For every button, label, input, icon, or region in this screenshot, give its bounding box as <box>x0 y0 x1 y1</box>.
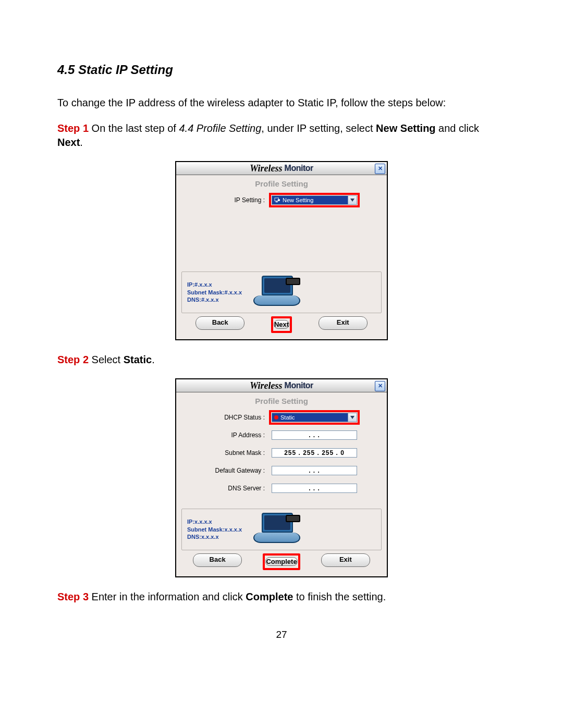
step3-label: Step 3 <box>57 591 89 602</box>
brand-monitor: Monitor <box>285 164 313 173</box>
intro-text: To change the IP address of the wireless… <box>57 96 506 110</box>
ip-setting-combo[interactable]: New Setting <box>272 195 357 205</box>
info-panel: IP:#.x.x.x Subnet Mask:#.x.x.x DNS:#.x.x… <box>181 272 382 313</box>
complete-button[interactable]: Complete <box>265 557 297 566</box>
next-button[interactable]: Next <box>274 320 289 329</box>
highlight: New Setting <box>269 193 360 207</box>
mask-val: x.x.x.x <box>225 526 242 533</box>
mask-prefix: Subnet Mask: <box>187 526 225 533</box>
svg-rect-2 <box>278 199 280 201</box>
combo-value: Static <box>280 414 295 421</box>
dialog-subheading: Profile Setting <box>181 177 382 191</box>
highlight: Complete <box>263 553 300 570</box>
laptop-icon <box>251 276 301 309</box>
ip-info: IP:x.x.x.x Subnet Mask:x.x.x.x DNS:x.x.x… <box>187 518 242 541</box>
dialog-subheading: Profile Setting <box>181 394 382 409</box>
t: On the last step of <box>89 122 179 134</box>
step1-text: Step 1 On the last step of 4.4 Profile S… <box>57 121 506 150</box>
spacer <box>181 497 382 509</box>
highlight: Static <box>269 410 360 425</box>
row-dns-server: DNS Server : . . . <box>181 479 382 497</box>
close-button[interactable]: ✕ <box>375 164 385 174</box>
dot-icon <box>274 415 278 419</box>
screenshot-1: Wireless Monitor ✕ Profile Setting IP Se… <box>57 161 506 340</box>
t: and click <box>436 122 479 134</box>
section-heading: 4.5 Static IP Setting <box>57 63 506 77</box>
brand-monitor: Monitor <box>285 381 313 390</box>
row-subnet-mask: Subnet Mask : 255 . 255 . 255 . 0 <box>181 444 382 462</box>
ip-info: IP:#.x.x.x Subnet Mask:#.x.x.x DNS:#.x.x… <box>187 281 242 304</box>
brand-wireless: Wireless <box>250 380 282 391</box>
dns-prefix: DNS: <box>187 534 201 540</box>
titlebar: Wireless Monitor ✕ <box>176 379 387 392</box>
ip-address-input[interactable]: . . . <box>272 430 357 440</box>
back-button[interactable]: Back <box>195 316 244 330</box>
close-button[interactable]: ✕ <box>375 381 385 391</box>
dns-val: #.x.x.x <box>201 297 219 303</box>
highlight: Next <box>271 316 292 333</box>
dialog-body: Profile Setting IP Setting : New Setting <box>176 175 387 339</box>
t: Enter in the information and click <box>89 591 246 602</box>
exit-button[interactable]: Exit <box>321 553 370 567</box>
ip-prefix: IP: <box>187 519 194 525</box>
t: to finish the setting. <box>293 591 386 602</box>
back-button[interactable]: Back <box>193 553 242 567</box>
chevron-down-icon[interactable] <box>348 196 357 204</box>
dns-val: x.x.x.x <box>201 534 219 540</box>
wireless-monitor-dialog: Wireless Monitor ✕ Profile Setting IP Se… <box>175 161 388 340</box>
dhcp-status-label: DHCP Status : <box>203 414 265 421</box>
mask-prefix: Subnet Mask: <box>187 289 225 295</box>
combo-selected: New Setting <box>272 196 348 204</box>
t: . <box>80 137 83 148</box>
row-default-gateway: Default Gateway : . . . <box>181 462 382 479</box>
subnet-mask-input[interactable]: 255 . 255 . 255 . 0 <box>272 448 357 458</box>
step1-bold2: Next <box>57 137 80 148</box>
subnet-mask-label: Subnet Mask : <box>203 449 265 456</box>
step3-text: Step 3 Enter in the information and clic… <box>57 590 506 604</box>
t: . <box>152 354 155 365</box>
titlebar: Wireless Monitor ✕ <box>176 162 387 175</box>
default-gateway-input[interactable]: . . . <box>272 466 357 475</box>
document-page: 4.5 Static IP Setting To change the IP a… <box>0 0 563 672</box>
monitor-icon <box>274 198 280 203</box>
step2-label: Step 2 <box>57 354 89 365</box>
button-row: Back Complete Exit <box>181 550 382 572</box>
form-area: DHCP Status : Static <box>181 409 382 497</box>
step1-bold1: New Setting <box>376 122 435 134</box>
combo-selected: Static <box>272 413 348 422</box>
info-panel: IP:x.x.x.x Subnet Mask:x.x.x.x DNS:x.x.x… <box>181 509 382 550</box>
row-ip-setting: IP Setting : New Setting <box>181 191 382 209</box>
wireless-monitor-dialog: Wireless Monitor ✕ Profile Setting DHCP … <box>175 378 388 577</box>
exit-button[interactable]: Exit <box>319 316 368 330</box>
ip-val: #.x.x.x <box>194 281 212 288</box>
button-row: Back Next Exit <box>181 313 382 335</box>
ip-val: x.x.x.x <box>194 519 212 525</box>
default-gateway-label: Default Gateway : <box>203 467 265 474</box>
step1-ref: 4.4 Profile Setting <box>179 122 261 134</box>
step1-label: Step 1 <box>57 122 89 134</box>
spacer <box>181 209 382 272</box>
combo-value: New Setting <box>283 197 313 203</box>
row-ip-address: IP Address : . . . <box>181 426 382 444</box>
step2-bold1: Static <box>124 354 152 365</box>
dns-server-label: DNS Server : <box>203 485 265 492</box>
ip-address-label: IP Address : <box>203 431 265 439</box>
svg-rect-1 <box>276 202 278 203</box>
row-dhcp-status: DHCP Status : Static <box>181 409 382 426</box>
ip-prefix: IP: <box>187 281 194 288</box>
laptop-icon <box>251 513 301 546</box>
dns-server-input[interactable]: . . . <box>272 484 357 493</box>
t: , under IP setting, select <box>261 122 376 134</box>
dns-prefix: DNS: <box>187 297 201 303</box>
form-area: IP Setting : New Setting <box>181 191 382 209</box>
dhcp-status-combo[interactable]: Static <box>272 413 357 422</box>
step3-bold1: Complete <box>246 591 293 602</box>
page-number: 27 <box>57 629 506 640</box>
brand-wireless: Wireless <box>250 163 282 174</box>
chevron-down-icon[interactable] <box>348 413 357 422</box>
ip-setting-label: IP Setting : <box>203 196 265 204</box>
dialog-body: Profile Setting DHCP Status : Static <box>176 392 387 576</box>
screenshot-2: Wireless Monitor ✕ Profile Setting DHCP … <box>57 378 506 577</box>
step2-text: Step 2 Select Static. <box>57 353 506 367</box>
t: Select <box>89 354 124 365</box>
